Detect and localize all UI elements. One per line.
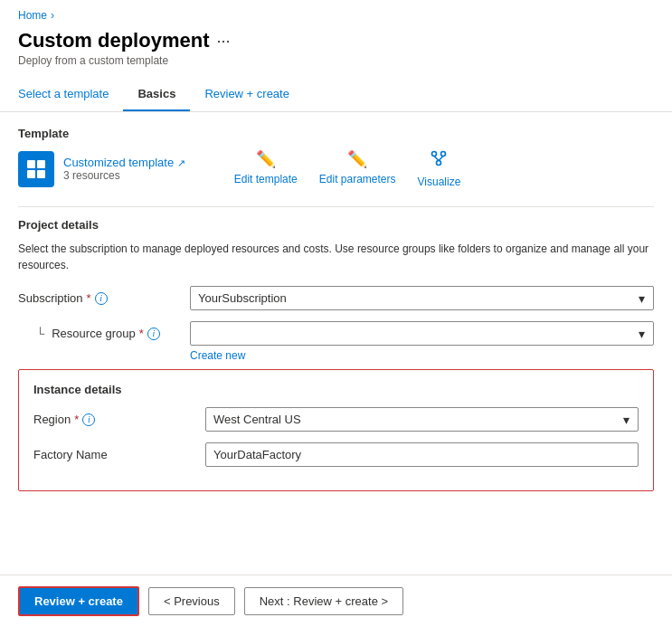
svg-rect-3	[37, 170, 45, 178]
svg-point-5	[441, 152, 446, 157]
svg-rect-0	[27, 160, 35, 168]
template-name-link[interactable]: Customized template ↗	[63, 156, 185, 169]
visualize-action[interactable]: Visualize	[418, 149, 461, 188]
resource-group-control: Create new	[190, 321, 654, 362]
edit-parameters-label: Edit parameters	[319, 173, 396, 185]
resource-group-select[interactable]	[190, 321, 654, 346]
template-actions: ✏️ Edit template ✏️ Edit parameters	[234, 149, 461, 188]
region-label: Region * i	[33, 407, 196, 426]
svg-rect-2	[27, 170, 35, 178]
subscription-label: Subscription * i	[18, 286, 181, 305]
resource-group-required: *	[139, 327, 144, 340]
subscription-info-icon: i	[95, 292, 108, 305]
resource-group-row: Resource group * i Create new	[18, 321, 654, 362]
svg-point-6	[437, 161, 441, 166]
edit-template-label: Edit template	[234, 173, 298, 185]
tab-review-create[interactable]: Review + create	[190, 80, 304, 111]
review-create-button[interactable]: Review + create	[18, 586, 139, 616]
instance-details-box: Instance details Region * i West Central…	[18, 369, 654, 491]
template-icon	[18, 151, 54, 187]
edit-parameters-icon: ✏️	[347, 149, 367, 169]
edit-template-action[interactable]: ✏️ Edit template	[234, 149, 298, 188]
instance-details-label: Instance details	[33, 383, 639, 396]
tab-bar: Select a template Basics Review + create	[0, 80, 672, 112]
divider-1	[18, 206, 654, 207]
region-info-icon: i	[82, 413, 95, 426]
footer-bar: Review + create < Previous Next : Review…	[0, 575, 672, 627]
region-select[interactable]: West Central US	[205, 407, 639, 432]
tab-select-template[interactable]: Select a template	[18, 80, 123, 111]
factory-name-input[interactable]	[205, 442, 639, 467]
page-header: Custom deployment ··· Deploy from a cust…	[0, 25, 672, 74]
page-subtitle: Deploy from a custom template	[18, 54, 654, 67]
visualize-label: Visualize	[418, 176, 461, 188]
subscription-select-wrapper: YourSubscription	[190, 286, 654, 310]
template-info: Customized template ↗ 3 resources	[63, 156, 185, 182]
svg-line-7	[434, 157, 439, 161]
subscription-select[interactable]: YourSubscription	[190, 286, 654, 310]
page-menu-icon[interactable]: ···	[216, 32, 230, 51]
region-required: *	[74, 413, 79, 426]
subscription-row: Subscription * i YourSubscription	[18, 286, 654, 310]
subscription-control: YourSubscription	[190, 286, 654, 310]
create-new-link[interactable]: Create new	[190, 349, 654, 362]
resource-group-select-wrapper	[190, 321, 654, 346]
tab-basics[interactable]: Basics	[123, 80, 190, 111]
template-resources: 3 resources	[63, 169, 185, 182]
resource-group-label: Resource group * i	[18, 321, 181, 340]
resource-group-info-icon: i	[147, 328, 160, 340]
template-box: Customized template ↗ 3 resources ✏️ Edi…	[18, 149, 654, 188]
region-control: West Central US	[205, 407, 639, 432]
edit-parameters-action[interactable]: ✏️ Edit parameters	[319, 149, 396, 188]
visualize-icon	[430, 149, 448, 172]
project-details-label: Project details	[18, 218, 654, 232]
svg-rect-1	[37, 160, 45, 168]
project-description: Select the subscription to manage deploy…	[18, 241, 654, 273]
factory-name-control	[205, 442, 639, 467]
breadcrumb: Home ›	[0, 0, 672, 25]
main-content: Template Customized template ↗ 3 resourc…	[0, 112, 672, 506]
template-icon-block: Customized template ↗ 3 resources	[18, 151, 185, 187]
svg-line-8	[439, 157, 443, 161]
page-title: Custom deployment	[18, 29, 209, 52]
template-section-label: Template	[18, 127, 654, 140]
next-button[interactable]: Next : Review + create >	[244, 587, 403, 615]
svg-point-4	[432, 152, 437, 157]
external-link-icon: ↗	[177, 157, 185, 168]
region-select-wrapper: West Central US	[205, 407, 639, 432]
edit-template-icon: ✏️	[256, 149, 276, 169]
breadcrumb-home[interactable]: Home	[18, 9, 47, 22]
subscription-required: *	[87, 291, 91, 305]
previous-button[interactable]: < Previous	[148, 587, 235, 615]
factory-name-label: Factory Name	[33, 442, 196, 461]
region-row: Region * i West Central US	[33, 407, 639, 432]
breadcrumb-separator: ›	[51, 9, 54, 22]
template-grid-icon	[25, 158, 47, 180]
factory-name-row: Factory Name	[33, 442, 639, 467]
